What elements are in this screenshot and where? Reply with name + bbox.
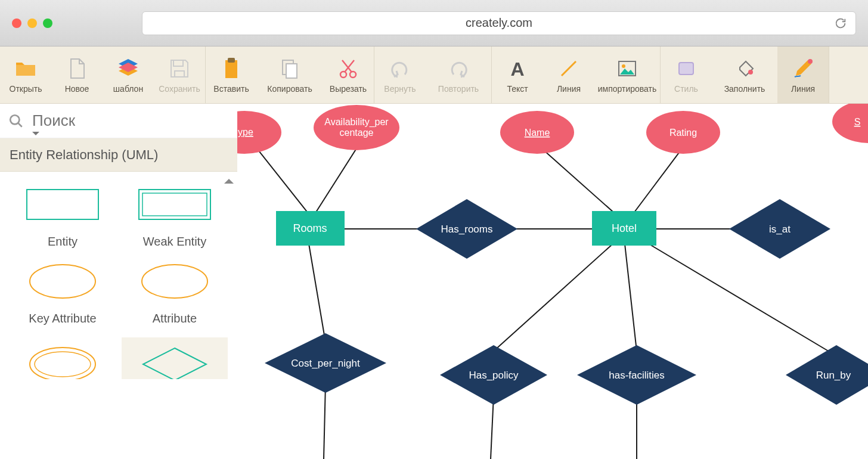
entity-rooms[interactable]: Rooms: [276, 211, 345, 246]
shape-relationship[interactable]: [122, 337, 228, 379]
svg-line-30: [494, 244, 613, 351]
svg-line-33: [324, 384, 326, 459]
svg-text:Run_by: Run_by: [816, 370, 851, 381]
redo-label: Повторить: [438, 84, 479, 94]
svg-point-45: [832, 104, 868, 143]
shape-panel: Entity Weak Entity Key Attribute Attribu…: [0, 172, 237, 459]
shape-key-attr-label: Key Attribute: [29, 312, 96, 325]
cut-label: Вырезать: [330, 84, 367, 94]
line-label: Линия: [557, 84, 581, 94]
cut-button[interactable]: Вырезать: [323, 46, 374, 103]
svg-point-13: [10, 115, 19, 124]
import-button[interactable]: импортировать: [594, 46, 660, 103]
svg-text:Has_rooms: Has_rooms: [441, 224, 493, 235]
rel-cost-per-night[interactable]: Cost_per_night: [265, 333, 386, 393]
svg-rect-3: [286, 64, 297, 78]
svg-point-5: [350, 72, 356, 77]
undo-label: Вернуть: [384, 84, 416, 94]
undo-icon: [388, 57, 412, 80]
rel-has-facilities[interactable]: has-facilities: [577, 345, 696, 405]
svg-text:Rating: Rating: [669, 128, 697, 138]
svg-line-32: [649, 244, 833, 354]
attr-partial-right[interactable]: S: [832, 104, 868, 143]
shape-weak-entity[interactable]: Weak Entity: [122, 184, 228, 249]
svg-line-7: [562, 61, 576, 76]
save-button[interactable]: Сохранить: [154, 46, 205, 103]
attr-rating[interactable]: Rating: [646, 111, 720, 154]
redo-button[interactable]: Повторить: [426, 46, 491, 103]
pencil-icon: [791, 57, 815, 80]
minimize-window-icon[interactable]: [27, 18, 37, 28]
close-window-icon[interactable]: [12, 18, 21, 28]
open-button[interactable]: Открыть: [0, 46, 51, 103]
svg-text:Rooms: Rooms: [293, 222, 327, 234]
new-button[interactable]: Новое: [51, 46, 103, 103]
attr-name[interactable]: Name: [500, 111, 574, 154]
save-label: Сохранить: [159, 84, 200, 94]
shape-weak-entity-label: Weak Entity: [143, 235, 206, 249]
redo-icon: [447, 57, 470, 80]
svg-text:Hotel: Hotel: [612, 222, 637, 234]
line-tool-button[interactable]: Линия: [777, 46, 829, 103]
svg-line-14: [18, 123, 22, 127]
import-label: импортировать: [598, 84, 657, 94]
shape-key-attribute[interactable]: Key Attribute: [10, 260, 116, 325]
open-label: Открыть: [10, 84, 42, 94]
diagram-canvas[interactable]: ype Availability_percentage Name Rating …: [237, 104, 868, 459]
scissors-icon: [336, 57, 360, 80]
layers-icon: [116, 57, 140, 80]
copy-label: Копировать: [267, 84, 312, 94]
copy-icon: [278, 57, 302, 80]
svg-rect-15: [27, 190, 98, 219]
shape-entity-label: Entity: [48, 235, 78, 249]
shape-multivalued-attribute[interactable]: [10, 337, 116, 379]
svg-rect-10: [679, 63, 693, 75]
svg-point-11: [748, 70, 753, 75]
window-controls: [12, 18, 52, 28]
attr-availability[interactable]: Availability_percentage: [314, 105, 399, 150]
entity-hotel[interactable]: Hotel: [592, 211, 656, 246]
paste-button[interactable]: Вставить: [206, 46, 257, 103]
new-file-icon: [65, 57, 89, 80]
line-icon: [557, 57, 581, 80]
svg-line-34: [491, 396, 494, 459]
text-button[interactable]: A Текст: [492, 46, 543, 103]
svg-text:A: A: [510, 58, 524, 80]
url-bar[interactable]: creately.com: [142, 11, 856, 35]
search-input[interactable]: [32, 111, 211, 130]
rel-is-at[interactable]: is_at: [729, 199, 830, 259]
style-button[interactable]: Стиль: [661, 46, 712, 103]
svg-line-23: [315, 148, 356, 214]
rel-has-policy[interactable]: Has_policy: [440, 345, 547, 405]
text-label: Текст: [507, 84, 528, 94]
undo-button[interactable]: Вернуть: [374, 46, 426, 103]
copy-button[interactable]: Копировать: [257, 46, 323, 103]
panel-title[interactable]: Entity Relationship (UML): [0, 138, 237, 172]
shape-attribute[interactable]: Attribute: [122, 260, 228, 325]
template-button[interactable]: шаблон: [103, 46, 154, 103]
attr-type[interactable]: ype: [237, 111, 281, 154]
search-row: [0, 104, 237, 138]
fill-button[interactable]: Заполнить: [712, 46, 777, 103]
shape-attr-label: Attribute: [153, 312, 197, 325]
svg-text:Has_policy: Has_policy: [469, 370, 519, 381]
svg-line-25: [631, 145, 684, 217]
svg-text:S: S: [854, 117, 861, 127]
svg-text:has-facilities: has-facilities: [609, 370, 665, 381]
style-label: Стиль: [674, 84, 698, 94]
rel-run-by[interactable]: Run_by: [786, 345, 868, 405]
svg-line-29: [309, 244, 326, 342]
svg-point-20: [30, 348, 95, 379]
reload-icon[interactable]: [834, 17, 847, 30]
rel-has-rooms[interactable]: Has_rooms: [416, 199, 517, 259]
svg-rect-0: [225, 60, 237, 78]
scroll-up-icon[interactable]: [224, 174, 234, 184]
maximize-window-icon[interactable]: [43, 18, 52, 28]
svg-point-12: [808, 59, 813, 64]
svg-text:ype: ype: [238, 127, 253, 137]
shape-entity[interactable]: Entity: [10, 184, 116, 249]
clipboard-icon: [219, 57, 243, 80]
svg-text:centage: centage: [340, 128, 374, 138]
text-icon: A: [506, 57, 529, 80]
line-button[interactable]: Линия: [543, 46, 594, 103]
